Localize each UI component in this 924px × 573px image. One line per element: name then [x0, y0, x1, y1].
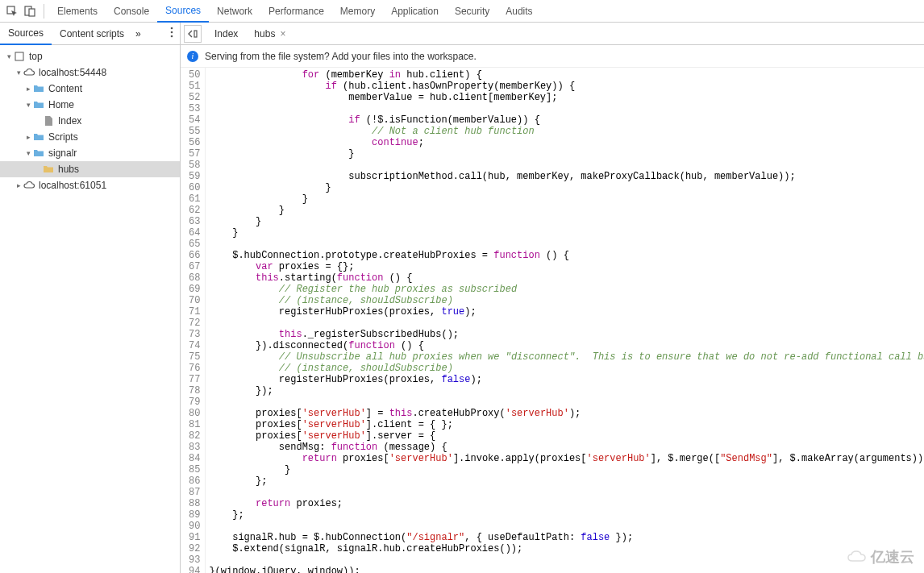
toolbar-divider: [44, 4, 44, 19]
main-tabs: ElementsConsoleSourcesNetworkPerformance…: [49, 0, 541, 23]
expand-arrow-icon[interactable]: ▾: [5, 52, 13, 60]
main-tab-memory[interactable]: Memory: [332, 0, 383, 23]
tree-node-label: Scripts: [48, 131, 78, 143]
navigator-sidebar: SourcesContent scripts » ▾top▾localhost:…: [0, 23, 181, 573]
tree-node-label: localhost:61051: [39, 180, 106, 191]
editor-pane: Indexhubs× i Serving from the file syste…: [181, 23, 924, 573]
main-tab-elements[interactable]: Elements: [49, 0, 106, 23]
folder-icon: [32, 98, 45, 111]
devtools-toolbar: ElementsConsoleSourcesNetworkPerformance…: [0, 0, 924, 23]
editor-tab-index[interactable]: Index: [206, 24, 246, 44]
info-text: Serving from the file system? Add your f…: [205, 51, 477, 62]
folder-y-icon: [42, 163, 55, 176]
expand-arrow-icon[interactable]: ▾: [24, 101, 32, 109]
workspace-info-bar[interactable]: i Serving from the file system? Add your…: [181, 45, 924, 68]
tree-node-label: top: [29, 51, 43, 62]
folder-icon: [32, 82, 45, 95]
svg-rect-7: [194, 31, 197, 37]
main-tab-network[interactable]: Network: [209, 0, 260, 23]
tree-node-scripts[interactable]: ▸Scripts: [0, 129, 180, 145]
main-tab-performance[interactable]: Performance: [260, 0, 332, 23]
main-tab-security[interactable]: Security: [447, 0, 497, 23]
sidebar-tab-content-scripts[interactable]: Content scripts: [52, 23, 132, 45]
svg-point-3: [171, 27, 173, 30]
svg-point-4: [171, 31, 173, 34]
sidebar-more-icon[interactable]: »: [135, 28, 141, 39]
tree-node-content[interactable]: ▸Content: [0, 81, 180, 97]
folder-icon: [32, 131, 45, 143]
svg-rect-2: [29, 9, 35, 16]
watermark: 亿速云: [847, 547, 914, 567]
svg-rect-6: [15, 52, 23, 60]
editor-tabbar: Indexhubs×: [181, 23, 924, 45]
source-editor[interactable]: 5051525354555657585960616263646566676869…: [181, 68, 924, 573]
expand-arrow-icon[interactable]: ▾: [24, 149, 32, 157]
tree-node-label: hubs: [58, 164, 79, 175]
tree-node-label: signalr: [48, 147, 77, 159]
file-icon: [42, 114, 55, 127]
editor-tab-label: hubs: [254, 28, 275, 39]
sidebar-tab-sources[interactable]: Sources: [0, 23, 52, 45]
tree-node-hubs[interactable]: hubs: [0, 161, 180, 177]
expand-arrow-icon[interactable]: ▸: [24, 85, 32, 93]
main-tab-application[interactable]: Application: [383, 0, 447, 23]
tree-node-label: localhost:54448: [39, 67, 106, 78]
main-tab-sources[interactable]: Sources: [157, 0, 209, 23]
sidebar-tabs: SourcesContent scripts »: [0, 23, 180, 45]
info-icon: i: [187, 51, 198, 62]
sidebar-menu-icon[interactable]: [170, 27, 173, 40]
line-gutter: 5051525354555657585960616263646566676869…: [181, 68, 206, 573]
tree-node-localhost-54448[interactable]: ▾localhost:54448: [0, 64, 180, 81]
frame-icon: [13, 50, 26, 63]
device-toolbar-icon[interactable]: [21, 2, 39, 20]
file-tree[interactable]: ▾top▾localhost:54448▸Content▾HomeIndex▸S…: [0, 45, 180, 573]
expand-arrow-icon[interactable]: ▾: [15, 69, 23, 77]
tree-node-top[interactable]: ▾top: [0, 48, 180, 64]
tree-node-label: Index: [58, 115, 81, 127]
tree-node-label: Content: [48, 83, 82, 94]
svg-point-5: [171, 35, 173, 38]
main-tab-audits[interactable]: Audits: [497, 0, 540, 23]
inspect-element-icon[interactable]: [3, 2, 21, 20]
expand-arrow-icon[interactable]: ▸: [24, 133, 32, 141]
cloud-icon: [23, 179, 35, 192]
tree-node-localhost-61051[interactable]: ▸localhost:61051: [0, 177, 180, 193]
cloud-icon: [23, 66, 35, 79]
history-nav-button[interactable]: [184, 25, 202, 43]
tree-node-home[interactable]: ▾Home: [0, 97, 180, 113]
folder-icon: [32, 147, 45, 160]
code-content[interactable]: for (memberKey in hub.client) { if (hub.…: [206, 68, 924, 573]
close-tab-icon[interactable]: ×: [280, 28, 285, 39]
editor-tab-label: Index: [214, 28, 238, 39]
main-tab-console[interactable]: Console: [106, 0, 157, 23]
tree-node-index[interactable]: Index: [0, 113, 180, 129]
editor-tab-hubs[interactable]: hubs×: [246, 24, 293, 44]
tree-node-signalr[interactable]: ▾signalr: [0, 145, 180, 161]
expand-arrow-icon[interactable]: ▸: [15, 181, 23, 189]
tree-node-label: Home: [48, 99, 74, 110]
